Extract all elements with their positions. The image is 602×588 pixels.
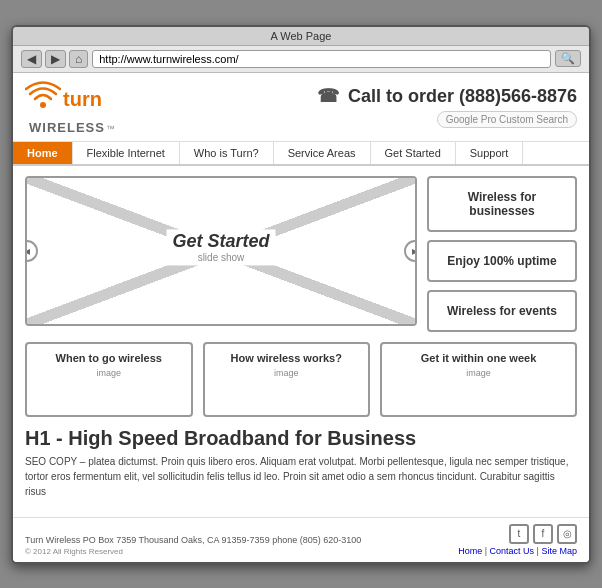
feature-btn-businesses[interactable]: Wireless for businesses xyxy=(427,176,577,232)
nav-item-service[interactable]: Service Areas xyxy=(274,142,371,164)
nav-item-getstarted[interactable]: Get Started xyxy=(371,142,456,164)
logo-tm: ™ xyxy=(106,124,115,134)
browser-search-button[interactable]: 🔍 xyxy=(555,50,581,67)
feature-btn-uptime[interactable]: Enjoy 100% uptime xyxy=(427,240,577,282)
search-box[interactable]: Google Pro Custom Search xyxy=(437,111,577,128)
card-wireless-title: When to go wireless xyxy=(35,352,183,364)
slideshow-title: Get Started xyxy=(172,231,269,252)
page-title: A Web Page xyxy=(271,30,332,42)
header-right: ☎ Call to order (888)566-8876 Google Pro… xyxy=(317,85,577,128)
h1-section: H1 - High Speed Broadband for Business S… xyxy=(25,427,577,499)
home-button[interactable]: ⌂ xyxy=(69,50,88,68)
phone-icon: ☎ xyxy=(317,86,339,106)
search-placeholder: Google Pro Custom Search xyxy=(446,114,568,125)
card-oneweek[interactable]: Get it within one week image xyxy=(380,342,577,417)
nav-item-support[interactable]: Support xyxy=(456,142,524,164)
logo-wireless-text: WIRELESS xyxy=(29,120,105,135)
footer-link-contact[interactable]: Contact Us xyxy=(490,546,535,556)
site-footer: Turn Wireless PO Box 7359 Thousand Oaks,… xyxy=(13,517,589,562)
feature-buttons: Wireless for businesses Enjoy 100% uptim… xyxy=(427,176,577,332)
footer-separator-2: | xyxy=(537,546,539,556)
bottom-cards: When to go wireless image How wireless w… xyxy=(25,342,577,417)
card-howworks-image: image xyxy=(213,368,361,378)
seo-copy: SEO COPY – platea dictumst. Proin quis l… xyxy=(25,454,577,499)
card-howworks[interactable]: How wireless works? image xyxy=(203,342,371,417)
social-icons: t f ◎ xyxy=(509,524,577,544)
nav-buttons: ◀ ▶ ⌂ xyxy=(21,50,88,68)
footer-separator-1: | xyxy=(485,546,487,556)
copyright: © 2012 All Rights Reserved xyxy=(25,547,361,556)
footer-links: Home | Contact Us | Site Map xyxy=(458,546,577,556)
twitter-icon[interactable]: t xyxy=(509,524,529,544)
card-oneweek-image: image xyxy=(390,368,567,378)
footer-left: Turn Wireless PO Box 7359 Thousand Oaks,… xyxy=(25,535,361,556)
slideshow-subtitle: slide show xyxy=(172,252,269,263)
title-bar: A Web Page xyxy=(13,27,589,46)
nav-item-home[interactable]: Home xyxy=(13,142,73,164)
phone-number: ☎ Call to order (888)566-8876 xyxy=(317,85,577,107)
site-header: turn WIRELESS ™ ☎ Call to order (888)566… xyxy=(13,73,589,142)
address-bar: ◀ ▶ ⌂ 🔍 xyxy=(13,46,589,73)
footer-right: t f ◎ Home | Contact Us | Site Map xyxy=(458,524,577,556)
rss-icon[interactable]: ◎ xyxy=(557,524,577,544)
card-wireless[interactable]: When to go wireless image xyxy=(25,342,193,417)
card-wireless-image: image xyxy=(35,368,183,378)
footer-link-sitemap[interactable]: Site Map xyxy=(541,546,577,556)
facebook-icon[interactable]: f xyxy=(533,524,553,544)
page-content: turn WIRELESS ™ ☎ Call to order (888)566… xyxy=(13,73,589,562)
footer-link-home[interactable]: Home xyxy=(458,546,482,556)
slideshow-label: Get Started slide show xyxy=(166,229,275,265)
nav-item-whois[interactable]: Who is Turn? xyxy=(180,142,274,164)
card-howworks-title: How wireless works? xyxy=(213,352,361,364)
feature-btn-events[interactable]: Wireless for events xyxy=(427,290,577,332)
logo-area: turn WIRELESS ™ xyxy=(25,79,115,135)
logo-turn-text: turn xyxy=(63,88,102,111)
footer-address: Turn Wireless PO Box 7359 Thousand Oaks,… xyxy=(25,535,361,545)
main-content: Get Started slide show ◂ ▸ Wireless for … xyxy=(13,166,589,517)
slideshow-box[interactable]: Get Started slide show ◂ ▸ xyxy=(25,176,417,326)
nav-item-flexible[interactable]: Flexible Internet xyxy=(73,142,180,164)
wifi-icon xyxy=(25,79,61,120)
top-section: Get Started slide show ◂ ▸ Wireless for … xyxy=(25,176,577,332)
browser-window: A Web Page ◀ ▶ ⌂ 🔍 xyxy=(11,25,591,564)
forward-button[interactable]: ▶ xyxy=(45,50,66,68)
card-oneweek-title: Get it within one week xyxy=(390,352,567,364)
h1-title: H1 - High Speed Broadband for Business xyxy=(25,427,577,450)
back-button[interactable]: ◀ xyxy=(21,50,42,68)
nav-bar: Home Flexible Internet Who is Turn? Serv… xyxy=(13,142,589,166)
svg-point-0 xyxy=(40,102,46,108)
url-input[interactable] xyxy=(92,50,551,68)
